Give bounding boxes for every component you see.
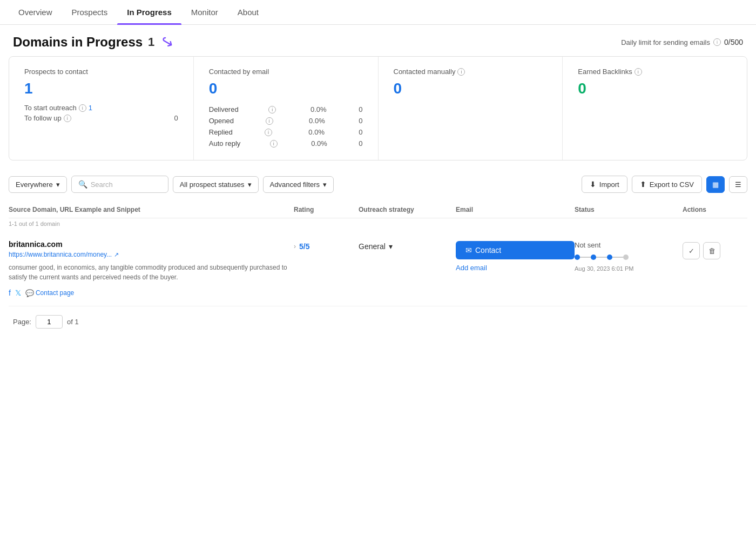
daily-limit-info-icon[interactable]: i xyxy=(713,38,721,46)
page-input[interactable] xyxy=(36,315,63,329)
contacted-manually-count: 0 xyxy=(394,80,548,97)
delivered-info-icon[interactable]: i xyxy=(268,106,276,113)
timeline-line-3 xyxy=(612,257,623,258)
chevron-down-icon: ▾ xyxy=(56,180,60,189)
stat-prospects-to-contact: Prospects to contact 1 To start outreach… xyxy=(9,57,194,160)
auto-reply-info-icon[interactable]: i xyxy=(270,140,278,148)
chevron-down-icon: ▾ xyxy=(323,180,327,189)
stat-contacted-manually: Contacted manually i 0 xyxy=(379,57,563,160)
domain-snippet: consumer good, in economics, any tangibl… xyxy=(9,263,294,282)
status-date: Aug 30, 2023 6:01 PM xyxy=(575,265,683,272)
social-links: f 𝕏 💬 Contact page xyxy=(9,289,294,297)
chat-icon: 💬 xyxy=(25,289,34,297)
external-link-icon: ↗ xyxy=(114,251,119,258)
contacted-manually-info-icon[interactable]: i xyxy=(457,68,465,76)
twitter-icon[interactable]: 𝕏 xyxy=(15,289,21,297)
search-wrap: 🔍 xyxy=(71,176,168,193)
trash-icon: 🗑 xyxy=(708,247,716,255)
timeline-dot-3 xyxy=(607,255,612,260)
opened-row: Opened i 0.0% 0 xyxy=(209,115,363,126)
col-outreach: General ▾ xyxy=(359,240,456,251)
stats-card: Prospects to contact 1 To start outreach… xyxy=(9,56,747,160)
import-icon: ⬇ xyxy=(590,180,596,189)
domain-name: britannica.com xyxy=(9,240,294,249)
grid-icon: ▦ xyxy=(712,180,719,189)
contact-button[interactable]: ✉ Contact xyxy=(456,241,575,259)
timeline-line-2 xyxy=(596,257,607,258)
timeline-line-1 xyxy=(580,257,591,258)
status-timeline xyxy=(575,255,683,260)
col-email: ✉ Contact Add email xyxy=(456,240,575,272)
stat-contacted-by-email: Contacted by email 0 Delivered i 0.0% 0 … xyxy=(194,57,379,160)
replied-info-icon[interactable]: i xyxy=(265,129,272,136)
email-stats: Delivered i 0.0% 0 Opened i 0.0% 0 Repli… xyxy=(209,104,363,149)
export-icon: ⬆ xyxy=(640,180,646,189)
delivered-row: Delivered i 0.0% 0 xyxy=(209,104,363,115)
nav-in-progress[interactable]: In Progress xyxy=(117,0,181,24)
daily-limit: Daily limit for sending emails i 0/500 xyxy=(621,38,743,46)
daily-limit-value: 0/500 xyxy=(724,38,743,46)
earned-backlinks-count: 0 xyxy=(578,80,732,97)
nav-about[interactable]: About xyxy=(228,0,268,24)
strategy-dropdown[interactable]: General ▾ xyxy=(359,242,393,251)
replied-row: Replied i 0.0% 0 xyxy=(209,126,363,138)
col-status: Not sent Aug 30, 2023 6:01 PM xyxy=(575,240,683,272)
page-title: Domains in Progress 1 xyxy=(13,35,154,50)
timeline-dot-4 xyxy=(623,255,629,260)
facebook-icon[interactable]: f xyxy=(9,289,11,297)
nav-monitor[interactable]: Monitor xyxy=(181,0,228,24)
to-start-outreach-value: 1 xyxy=(89,104,92,112)
stat-sub-rows: To start outreach i 1 To follow up i 0 xyxy=(24,104,178,122)
nav-prospects[interactable]: Prospects xyxy=(62,0,118,24)
col-rating: › 5/5 xyxy=(294,240,359,251)
arrow-decoration: ↩ xyxy=(158,32,177,52)
contact-page-link[interactable]: 💬 Contact page xyxy=(25,289,74,297)
table-header: Source Domain, URL Example and Snippet R… xyxy=(9,202,747,218)
col-actions: ✓ 🗑 xyxy=(683,240,747,259)
table-wrap: Source Domain, URL Example and Snippet R… xyxy=(0,202,756,306)
search-icon: 🔍 xyxy=(78,180,87,189)
timeline-dot-1 xyxy=(575,255,580,260)
to-start-outreach-row: To start outreach i 1 xyxy=(24,104,178,112)
grid-view-button[interactable]: ▦ xyxy=(706,176,725,193)
earned-backlinks-info-icon[interactable]: i xyxy=(634,68,642,76)
to-follow-up-value: 0 xyxy=(174,114,178,122)
domain-url[interactable]: https://www.britannica.com/money... ↗ xyxy=(9,251,294,258)
stat-earned-backlinks: Earned Backlinks i 0 xyxy=(563,57,747,160)
page-header: Domains in Progress 1 ↩ Daily limit for … xyxy=(0,25,756,56)
opened-info-icon[interactable]: i xyxy=(266,117,273,125)
mail-icon: ✉ xyxy=(465,246,472,255)
main-nav: Overview Prospects In Progress Monitor A… xyxy=(0,0,756,25)
rating-expand-icon[interactable]: › xyxy=(294,243,296,250)
contacted-email-count: 0 xyxy=(209,80,363,97)
status-text: Not sent xyxy=(575,241,683,249)
nav-overview[interactable]: Overview xyxy=(9,0,62,24)
col-source: britannica.com https://www.britannica.co… xyxy=(9,240,294,297)
list-icon: ☰ xyxy=(735,180,741,189)
to-follow-up-row: To follow up i 0 xyxy=(24,114,178,122)
prospect-status-filter[interactable]: All prospect statuses ▾ xyxy=(173,176,259,193)
list-view-button[interactable]: ☰ xyxy=(729,176,747,193)
domain-count: 1 xyxy=(148,35,154,49)
advanced-filters-button[interactable]: Advanced filters ▾ xyxy=(263,176,334,193)
to-start-outreach-info-icon[interactable]: i xyxy=(79,104,86,112)
prospects-count: 1 xyxy=(24,80,178,97)
filters-bar: Everywhere ▾ 🔍 All prospect statuses ▾ A… xyxy=(0,169,756,199)
table-row: britannica.com https://www.britannica.co… xyxy=(9,231,747,306)
check-button[interactable]: ✓ xyxy=(683,242,700,259)
pagination: Page: of 1 xyxy=(0,306,756,337)
rating-value: 5/5 xyxy=(299,242,309,251)
chevron-down-icon: ▾ xyxy=(389,242,393,251)
timeline-dot-2 xyxy=(591,255,596,260)
import-button[interactable]: ⬇ Import xyxy=(582,176,627,193)
delete-button[interactable]: 🗑 xyxy=(703,242,720,259)
check-icon: ✓ xyxy=(688,247,694,255)
location-filter[interactable]: Everywhere ▾ xyxy=(9,176,67,193)
add-email-link[interactable]: Add email xyxy=(456,264,575,272)
export-csv-button[interactable]: ⬆ Export to CSV xyxy=(632,176,702,193)
chevron-down-icon: ▾ xyxy=(248,180,252,189)
search-input[interactable] xyxy=(91,180,161,189)
table-subheader: 1-1 out of 1 domain xyxy=(9,218,747,231)
to-follow-up-info-icon[interactable]: i xyxy=(64,115,71,122)
auto-reply-row: Auto reply i 0.0% 0 xyxy=(209,138,363,149)
